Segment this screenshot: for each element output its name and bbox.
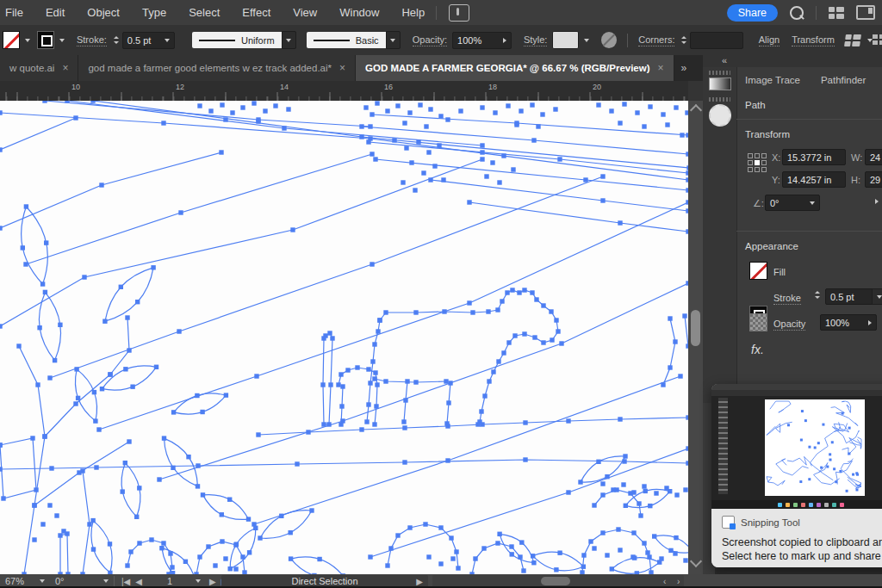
style-dropdown-icon[interactable] [584, 39, 589, 42]
tab-3-close-icon[interactable]: × [658, 62, 664, 74]
corners-stepper[interactable] [681, 36, 686, 44]
workspace-switcher-icon[interactable] [856, 5, 875, 20]
scroll-up-icon[interactable] [690, 104, 702, 116]
horizontal-scrollbar[interactable] [432, 575, 684, 587]
opacity-arrow-icon[interactable] [503, 38, 506, 43]
document-tab-3-active[interactable]: GOD MADE A FARMER GEORGIA* @ 66.67 % (RG… [356, 55, 674, 81]
menu-help[interactable]: Help [390, 0, 436, 25]
fill-dropdown-icon[interactable] [25, 39, 30, 42]
tab-2-close-icon[interactable]: × [339, 62, 345, 74]
fill-none-swatch[interactable] [3, 31, 20, 49]
appearance-fill-swatch[interactable] [749, 262, 767, 280]
panel-grip-2[interactable] [709, 97, 730, 102]
tab-1-close-icon[interactable]: × [62, 62, 68, 74]
h-label: H: [851, 175, 860, 185]
rotation-dropdown-icon[interactable] [103, 579, 109, 583]
stroke-dropdown-icon[interactable] [59, 39, 65, 42]
horizontal-ruler[interactable]: 10121416182022 [0, 81, 688, 102]
artboard-dropdown-icon[interactable] [196, 579, 201, 583]
selected-artwork[interactable] [0, 101, 688, 574]
first-artboard-icon[interactable]: |◀ [121, 577, 130, 586]
menu-effect[interactable]: Effect [231, 0, 282, 25]
opacity-field[interactable]: 100% [452, 32, 512, 49]
stroke-weight-field[interactable]: 0.5 pt [122, 32, 175, 49]
menu-file[interactable]: File [2, 0, 34, 25]
h-field[interactable]: 29 [865, 171, 882, 188]
arrange-documents-icon[interactable] [829, 7, 844, 19]
appearance-stroke-stepper[interactable] [815, 291, 820, 299]
stroke-weight-label[interactable]: Stroke: [77, 34, 107, 46]
recolor-artwork-icon[interactable] [601, 32, 617, 48]
menu-window[interactable]: Window [328, 0, 390, 25]
menu-type[interactable]: Type [131, 0, 177, 25]
rotate-field[interactable]: 0° [765, 195, 820, 211]
artboard-canvas[interactable] [0, 101, 688, 574]
style-swatch[interactable] [552, 31, 579, 49]
control-panel-overflow-icon[interactable] [873, 34, 882, 46]
tab-overflow-button[interactable]: » [674, 55, 693, 81]
reference-point-grid[interactable] [748, 153, 767, 172]
panel-divider-2 [736, 231, 882, 232]
tab-pathfinder[interactable]: Pathfinder [821, 75, 866, 85]
horizontal-scrollbar-thumb[interactable] [541, 577, 570, 585]
appearance-stroke-field[interactable]: 0.5 pt [825, 288, 875, 305]
rotate-dropdown-icon[interactable] [810, 201, 815, 205]
transform-label[interactable]: Transform [792, 34, 835, 46]
screenshot-thumbnail[interactable] [711, 384, 882, 509]
document-tab-2[interactable]: god made a farmer good elements w ez tra… [78, 55, 356, 81]
x-field[interactable]: 15.3772 in [782, 149, 846, 165]
appearance-opacity-label[interactable]: Opacity [773, 319, 805, 331]
menu-object[interactable]: Object [76, 0, 131, 25]
search-icon[interactable] [790, 6, 804, 20]
panel-tabs: Image Trace Pathfinder Properties [736, 67, 882, 93]
brush-dropdown[interactable]: Basic [307, 32, 386, 48]
scroll-left-icon[interactable]: ‹ [663, 577, 666, 586]
appearance-opacity-field[interactable]: 100% [820, 314, 877, 331]
appearance-opacity-swatch[interactable] [749, 313, 767, 331]
align-label[interactable]: Align [759, 34, 780, 46]
width-profile-dropdown[interactable]: Uniform [192, 32, 282, 48]
notification-body[interactable]: Snipping Tool Screenshot copied to clipb… [711, 509, 882, 567]
transform-options-icon[interactable] [844, 34, 861, 46]
corners-label[interactable]: Corners: [638, 34, 674, 46]
appearance-stroke-dropdown-icon[interactable] [872, 288, 882, 305]
flip-icon[interactable] [875, 199, 879, 204]
vertical-scrollbar-thumb[interactable] [691, 310, 700, 346]
menu-view[interactable]: View [282, 0, 328, 25]
collapse-panels-icon[interactable]: « [722, 55, 727, 65]
appearance-opacity-arrow-icon[interactable] [868, 320, 872, 325]
w-field[interactable]: 24 [865, 149, 882, 165]
y-field[interactable]: 14.4257 in [782, 171, 846, 188]
menu-select[interactable]: Select [177, 0, 231, 25]
stroke-color-swatch[interactable] [37, 31, 54, 49]
current-tool-indicator[interactable]: Direct Selection ▶ [221, 575, 428, 587]
appearance-fill-label[interactable]: Fill [773, 267, 786, 277]
panel-grip[interactable] [709, 71, 730, 75]
corners-field[interactable] [690, 32, 742, 49]
vertical-scrollbar[interactable] [688, 101, 703, 574]
opacity-label[interactable]: Opacity: [413, 34, 447, 46]
zoom-dropdown-icon[interactable] [40, 579, 45, 583]
gradient-panel-icon[interactable] [709, 77, 731, 90]
appearance-stroke-label[interactable]: Stroke [773, 293, 801, 305]
stroke-panel-icon[interactable] [709, 104, 731, 127]
snipping-tool-notification[interactable]: Snipping Tool Screenshot copied to clipb… [711, 384, 882, 567]
tab-image-trace[interactable]: Image Trace [745, 75, 800, 85]
document-tab-1[interactable]: w quote.ai × [0, 55, 78, 81]
stroke-weight-dropdown-icon[interactable] [165, 39, 170, 42]
style-label[interactable]: Style: [524, 34, 548, 46]
scroll-down-icon[interactable] [690, 555, 702, 567]
prev-artboard-icon[interactable]: ◀ [135, 577, 142, 586]
share-button[interactable]: Share [727, 4, 778, 22]
brush-dropdown-icon[interactable] [386, 31, 401, 49]
fx-button[interactable]: fx. [751, 343, 764, 356]
stroke-weight-stepper[interactable] [114, 36, 119, 44]
profile-dropdown-icon[interactable] [282, 31, 296, 49]
next-artboard-icon[interactable]: ▶ [209, 577, 216, 586]
tool-indicator-arrow-icon[interactable]: ▶ [416, 577, 423, 586]
menu-edit[interactable]: Edit [34, 0, 76, 25]
thumb-taskbar [711, 500, 882, 509]
w-label: W: [851, 152, 862, 163]
scroll-right-icon[interactable]: › [677, 577, 680, 586]
touch-workspace-icon[interactable] [449, 4, 469, 22]
